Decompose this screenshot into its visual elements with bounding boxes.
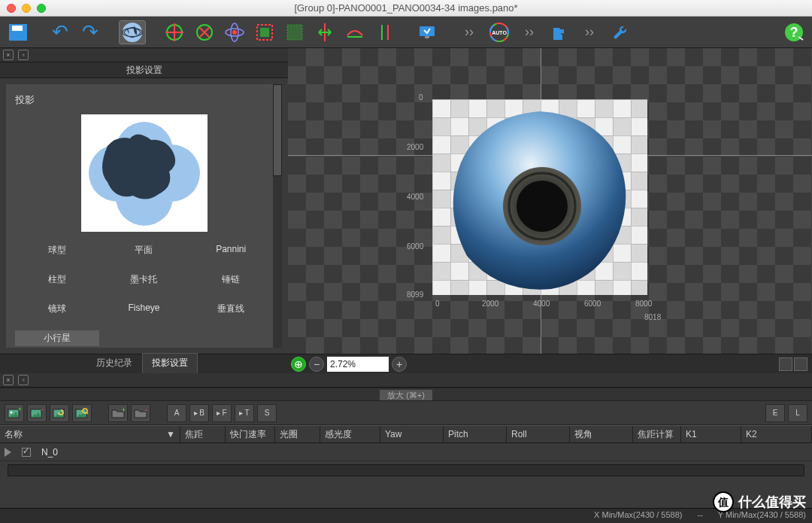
svg-text:+: +: [18, 407, 21, 413]
ff-button-3[interactable]: ››: [576, 20, 603, 44]
expand-icon[interactable]: [5, 448, 11, 457]
col-fcalc[interactable]: 焦距计算: [633, 426, 681, 442]
zoom-in-button[interactable]: +: [392, 357, 407, 372]
redo-button[interactable]: ↷: [77, 20, 104, 44]
proj-option-fisheye[interactable]: Fisheye: [102, 301, 186, 317]
lower-popout-icon[interactable]: ▫: [18, 375, 29, 385]
letter-l-button[interactable]: L: [788, 404, 807, 422]
crop-tool-1[interactable]: [251, 20, 278, 44]
cp-tool-2[interactable]: [191, 20, 218, 44]
cp-tool-3[interactable]: [221, 20, 248, 44]
proj-option-cylindrical[interactable]: 柱型: [15, 272, 99, 287]
letter-t-button[interactable]: ▸T: [235, 404, 254, 422]
view-mode-1-button[interactable]: [779, 357, 792, 371]
col-name[interactable]: 名称▼: [0, 426, 180, 442]
status-x: X Min/Max(2430 / 5588): [594, 510, 682, 521]
img-remove-button[interactable]: −: [27, 404, 47, 422]
folder-add-button[interactable]: +: [108, 404, 128, 422]
save-button[interactable]: [5, 20, 32, 44]
table-row[interactable]: N_0: [0, 443, 812, 461]
panorama-bounds: [432, 99, 647, 295]
axis-x-0: 0: [435, 300, 440, 308]
zoom-out-button[interactable]: −: [309, 357, 324, 372]
svg-point-33: [11, 411, 13, 413]
axis-x-1: 2000: [482, 300, 498, 308]
svg-text:−: −: [144, 407, 147, 414]
lower-close-icon[interactable]: ×: [3, 375, 14, 385]
undo-button[interactable]: ↶: [47, 20, 74, 44]
ff-button-1[interactable]: ››: [456, 20, 483, 44]
img-search-button[interactable]: [72, 404, 92, 422]
watermark-icon: 值: [713, 491, 734, 512]
tab-history[interactable]: 历史纪录: [86, 353, 142, 373]
view-mode-2-button[interactable]: [794, 357, 807, 371]
letter-b-button[interactable]: ▸B: [189, 404, 209, 422]
col-shutter[interactable]: 快门速率: [226, 426, 275, 442]
proj-option-mercator[interactable]: 墨卡托: [102, 272, 186, 287]
zoom-field[interactable]: 2.72%: [327, 357, 389, 372]
svg-text:+: +: [122, 407, 125, 414]
col-focal[interactable]: 焦距: [180, 426, 226, 442]
ff-button-2[interactable]: ››: [516, 20, 543, 44]
col-roll[interactable]: Roll: [507, 426, 570, 442]
align-tool-2[interactable]: [341, 20, 368, 44]
viewport[interactable]: 0 2000 4000 6000 8099 0 2000 4000 6000 8…: [288, 48, 812, 354]
section-label: 投影: [15, 93, 273, 107]
proj-option-hammer[interactable]: 锤链: [189, 272, 273, 287]
row-checkbox[interactable]: [22, 448, 31, 457]
letter-a-button[interactable]: A: [167, 404, 186, 422]
img-add-button[interactable]: +: [5, 404, 24, 422]
col-k2[interactable]: K2: [741, 426, 812, 442]
tab-projection[interactable]: 投影设置: [142, 353, 198, 373]
puzzle-button[interactable]: [546, 20, 573, 44]
h-scrollbar[interactable]: [8, 464, 804, 476]
panel-scrollbar[interactable]: [273, 84, 282, 348]
crop-tool-2[interactable]: [281, 20, 308, 44]
img-reload-button[interactable]: [50, 404, 69, 422]
align-tool-1[interactable]: [311, 20, 338, 44]
auto-button[interactable]: AUTO: [486, 20, 513, 44]
col-pitch[interactable]: Pitch: [444, 426, 507, 442]
proj-option-flat[interactable]: 平面: [102, 242, 186, 258]
letter-s-button[interactable]: S: [257, 404, 277, 422]
axis-y-2: 4000: [407, 193, 423, 201]
align-tool-3[interactable]: [371, 20, 398, 44]
panel-popout-icon[interactable]: ▫: [18, 50, 29, 60]
proj-option-pannini[interactable]: Pannini: [189, 242, 273, 258]
svg-rect-17: [425, 36, 429, 38]
projection-button[interactable]: [119, 20, 146, 44]
axis-x-4: 8000: [635, 300, 652, 308]
panel-title: 投影设置: [0, 62, 288, 78]
proj-option-spherical[interactable]: 球型: [15, 242, 99, 258]
monitor-button[interactable]: [414, 20, 441, 44]
folder-remove-button[interactable]: −: [131, 404, 150, 422]
hint-bar: 放大 (⌘+): [0, 388, 812, 401]
svg-text:−: −: [41, 407, 44, 413]
panel-controls: × ▫: [0, 48, 288, 62]
letter-e-button[interactable]: E: [765, 404, 785, 422]
zoom-fit-button[interactable]: ⊕: [291, 357, 306, 372]
panel-close-icon[interactable]: ×: [3, 50, 14, 60]
col-k1[interactable]: K1: [681, 426, 741, 442]
svg-rect-11: [287, 25, 302, 40]
svg-text:AUTO: AUTO: [492, 30, 507, 35]
letter-f-button[interactable]: ▸F: [212, 404, 232, 422]
col-yaw[interactable]: Yaw: [380, 426, 444, 442]
proj-option-littleplanet[interactable]: 小行星: [15, 330, 99, 346]
wrench-button[interactable]: [606, 20, 633, 44]
cp-tool-1[interactable]: [161, 20, 188, 44]
axis-y-0: 0: [419, 93, 423, 102]
proj-option-mirrorball[interactable]: 镜球: [15, 301, 99, 317]
main-toolbar: ↶ ↷ ›› AUTO ›› ›› ?: [0, 17, 812, 48]
axis-y-4: 8099: [407, 290, 423, 299]
help-button[interactable]: ?: [780, 20, 807, 44]
status-bar: X Min/Max(2430 / 5588) -- Y Min/Max(2430…: [0, 508, 812, 523]
col-fov[interactable]: 视角: [570, 426, 633, 442]
svg-rect-10: [260, 28, 269, 37]
little-planet-render: [446, 105, 634, 293]
lower-panel-controls: × ▫: [0, 373, 812, 388]
svg-point-31: [517, 181, 568, 232]
col-aperture[interactable]: 光圈: [275, 426, 320, 442]
proj-option-vertical[interactable]: 垂直线: [189, 301, 273, 317]
col-iso[interactable]: 感光度: [320, 426, 380, 442]
